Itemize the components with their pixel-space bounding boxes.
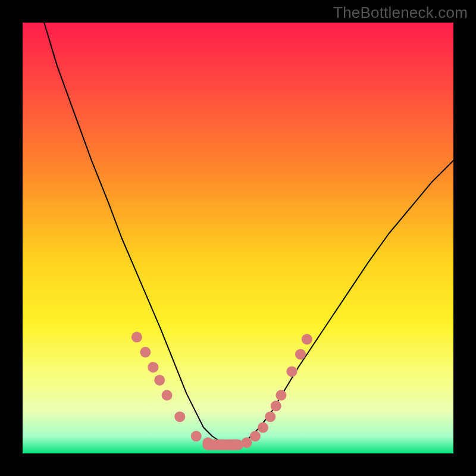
chart-frame: TheBottleneck.com bbox=[0, 0, 476, 476]
highlight-dots-right-point bbox=[265, 411, 275, 422]
highlight-dots-right-point bbox=[295, 349, 306, 359]
highlight-dots-right-point bbox=[275, 390, 286, 400]
watermark-text: TheBottleneck.com bbox=[333, 4, 468, 22]
highlight-dots-right-point bbox=[287, 366, 298, 377]
highlight-dots-left-point bbox=[162, 390, 173, 400]
highlight-dots-right-point bbox=[250, 431, 261, 441]
highlight-dots-right-point bbox=[258, 422, 268, 433]
highlight-dots-left-point bbox=[140, 347, 151, 358]
highlight-dots-left-point bbox=[148, 362, 158, 372]
chart-svg bbox=[23, 23, 453, 453]
highlight-dots-right-point bbox=[271, 400, 281, 411]
highlight-dots-right-point bbox=[302, 334, 312, 345]
highlight-dots-left-point bbox=[154, 375, 165, 386]
highlight-dots-left-point bbox=[174, 411, 185, 422]
bottleneck-curve bbox=[44, 23, 453, 445]
highlight-dots-left-point bbox=[191, 431, 202, 441]
highlight-dots-left-point bbox=[131, 332, 142, 343]
